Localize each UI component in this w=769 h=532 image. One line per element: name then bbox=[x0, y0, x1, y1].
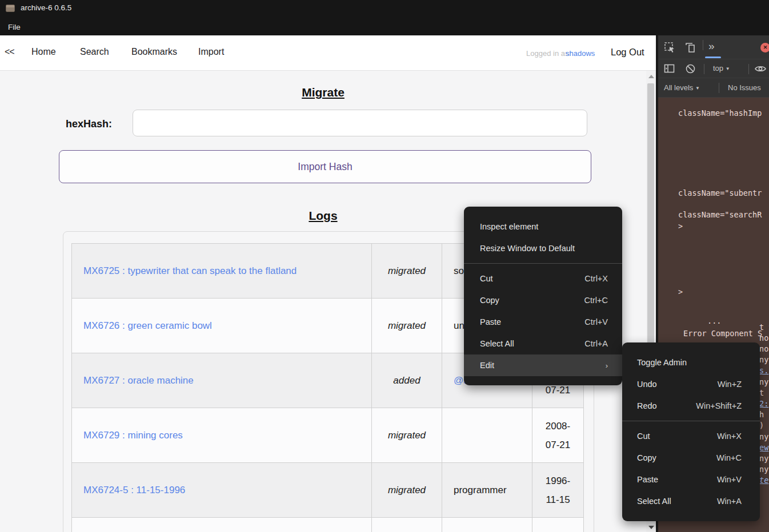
menu-item-shortcut: Ctrl+A bbox=[584, 339, 608, 348]
context-selector[interactable]: top ▼ bbox=[713, 64, 730, 72]
menu-item-select-all[interactable]: Select AllCtrl+A bbox=[464, 333, 622, 354]
console-stack-fragment: ny bbox=[759, 355, 768, 364]
menu-item-shortcut: Win+X bbox=[717, 432, 742, 441]
console-stack-fragment: t bbox=[759, 388, 764, 397]
logged-in-username[interactable]: shadows bbox=[566, 49, 595, 58]
log-date-cell bbox=[532, 518, 584, 532]
issues-counter[interactable]: No Issues bbox=[728, 83, 761, 92]
menu-item-inspect-element[interactable]: Inspect element bbox=[464, 216, 622, 237]
log-action-cell: added bbox=[372, 353, 442, 408]
edit-submenu: Toggle AdminUndoWin+ZRedoWin+Shift+ZCutW… bbox=[622, 342, 760, 521]
device-toolbar-icon[interactable] bbox=[684, 42, 696, 53]
chevron-down-icon: ▼ bbox=[695, 86, 700, 91]
error-count-badge[interactable]: ✕ bbox=[760, 43, 769, 53]
console-message: ... bbox=[707, 316, 721, 325]
console-stack-fragment: ny bbox=[759, 377, 768, 386]
menu-item-resize-window-to-default[interactable]: Resize Window to Default bbox=[464, 237, 622, 259]
devtools-tabbar: » ✕ bbox=[658, 35, 769, 59]
log-entry-link[interactable]: MX6726 : green ceramic bowl bbox=[83, 320, 212, 331]
log-date-cell: 1996-11-15 bbox=[532, 463, 584, 518]
menu-item-select-all[interactable]: Select AllWin+A bbox=[622, 490, 760, 512]
menu-item-edit[interactable]: Edit› bbox=[464, 354, 622, 376]
log-action-cell: migrated bbox=[372, 408, 442, 463]
console-stack-link[interactable]: s. bbox=[759, 366, 768, 375]
menu-item-copy[interactable]: CopyWin+C bbox=[622, 447, 760, 469]
menu-item-undo[interactable]: UndoWin+Z bbox=[622, 373, 760, 395]
menu-item-paste[interactable]: PasteWin+V bbox=[622, 469, 760, 490]
inspect-element-icon[interactable] bbox=[664, 42, 675, 53]
log-entry-link[interactable]: MX6724-5 : 11-15-1996 bbox=[83, 485, 185, 495]
console-stack-link[interactable]: ew bbox=[759, 443, 768, 452]
nav-item-home[interactable]: Home bbox=[31, 47, 56, 57]
table-row: MX6729 : mining coresmigrated2008-07-21 bbox=[72, 408, 584, 463]
scroll-up-arrow-icon[interactable] bbox=[648, 75, 654, 78]
console-stack-link[interactable]: 2: bbox=[759, 399, 768, 408]
menu-item-label: Paste bbox=[480, 317, 501, 327]
window-title: archive-6 0.6.5 bbox=[21, 3, 71, 12]
hexhash-input[interactable] bbox=[133, 110, 587, 136]
menu-item-cut[interactable]: CutCtrl+X bbox=[464, 268, 622, 289]
console-message: className="subentr bbox=[678, 188, 762, 198]
console-message: className="hashImp bbox=[678, 108, 762, 118]
log-level-filter[interactable]: All levels ▼ bbox=[664, 83, 700, 92]
hexhash-label: hexHash: bbox=[66, 118, 112, 130]
menu-item-cut[interactable]: CutWin+X bbox=[622, 425, 760, 447]
console-message: Error Component S bbox=[683, 329, 762, 338]
titlebar: archive-6 0.6.5 File bbox=[0, 0, 769, 35]
app-window: archive-6 0.6.5 File << HomeSearchBookma… bbox=[0, 0, 769, 532]
migrate-heading: Migrate bbox=[0, 86, 646, 99]
menu-item-shortcut: Win+A bbox=[717, 497, 742, 506]
import-hash-button[interactable]: Import Hash bbox=[59, 150, 591, 183]
more-tabs-icon[interactable]: » bbox=[708, 40, 715, 53]
context-menu: Inspect elementResize Window to DefaultC… bbox=[464, 207, 622, 385]
table-row bbox=[72, 518, 584, 532]
console-stack-fragment: h bbox=[759, 410, 764, 419]
menu-item-shortcut: Win+Z bbox=[718, 380, 742, 389]
menu-item-toggle-admin[interactable]: Toggle Admin bbox=[622, 352, 760, 373]
sidebar-collapse-button[interactable]: << bbox=[5, 47, 14, 57]
devtools-console-toolbar: top ▼ bbox=[658, 59, 769, 78]
menu-item-copy[interactable]: CopyCtrl+C bbox=[464, 289, 622, 311]
log-entry-link[interactable]: MX6729 : mining cores bbox=[83, 430, 183, 441]
menu-item-shortcut: Ctrl+V bbox=[584, 317, 608, 327]
console-sidebar-icon[interactable] bbox=[664, 64, 675, 74]
menu-item-paste[interactable]: PasteCtrl+V bbox=[464, 311, 622, 333]
menu-separator bbox=[622, 421, 760, 421]
console-stack-fragment: no bbox=[759, 333, 768, 342]
menu-item-label: Cut bbox=[637, 432, 650, 441]
menu-item-label: Toggle Admin bbox=[637, 358, 687, 367]
menu-item-label: Select All bbox=[480, 339, 514, 348]
active-tab-indicator bbox=[705, 57, 721, 58]
menu-item-label: Inspect element bbox=[480, 222, 538, 231]
console-stack-fragment: t S bbox=[759, 323, 769, 332]
navbar: << HomeSearchBookmarksImport Logged in a… bbox=[0, 35, 656, 71]
console-stack-fragment: ny bbox=[759, 465, 768, 474]
scroll-down-arrow-icon[interactable] bbox=[648, 526, 654, 529]
live-expression-eye-icon[interactable] bbox=[754, 65, 767, 73]
console-stack-link[interactable]: te bbox=[759, 475, 768, 485]
devtools-filter-bar: All levels ▼ No Issues bbox=[658, 78, 769, 98]
log-user-cell bbox=[442, 518, 532, 532]
log-user-cell bbox=[442, 408, 532, 463]
scrollbar-thumb[interactable] bbox=[647, 83, 654, 348]
menu-item-label: Redo bbox=[637, 401, 657, 410]
clear-console-icon[interactable] bbox=[685, 63, 696, 74]
table-row: MX6724-5 : 11-15-1996migratedprogrammer1… bbox=[72, 463, 584, 518]
logout-button[interactable]: Log Out bbox=[611, 47, 644, 58]
menubar-file[interactable]: File bbox=[5, 22, 24, 33]
console-stack-fragment: no bbox=[759, 344, 768, 353]
log-entry-link[interactable]: MX6725 : typewriter that can speak to th… bbox=[83, 265, 297, 276]
log-action-cell: migrated bbox=[372, 463, 442, 518]
menu-item-shortcut: Ctrl+X bbox=[584, 274, 608, 283]
console-message: > bbox=[678, 287, 683, 296]
console-message: className="searchR bbox=[678, 210, 762, 219]
nav-item-bookmarks[interactable]: Bookmarks bbox=[131, 47, 177, 57]
nav-item-search[interactable]: Search bbox=[80, 47, 109, 57]
console-stack-fragment: ny bbox=[759, 454, 768, 463]
log-action-cell: migrated bbox=[372, 244, 442, 299]
nav-item-import[interactable]: Import bbox=[198, 47, 224, 57]
menu-item-redo[interactable]: RedoWin+Shift+Z bbox=[622, 395, 760, 417]
log-entry-link[interactable]: MX6727 : oracle machine bbox=[83, 375, 194, 386]
menu-item-label: Copy bbox=[480, 296, 499, 305]
menu-item-shortcut: Win+Shift+Z bbox=[696, 401, 742, 410]
